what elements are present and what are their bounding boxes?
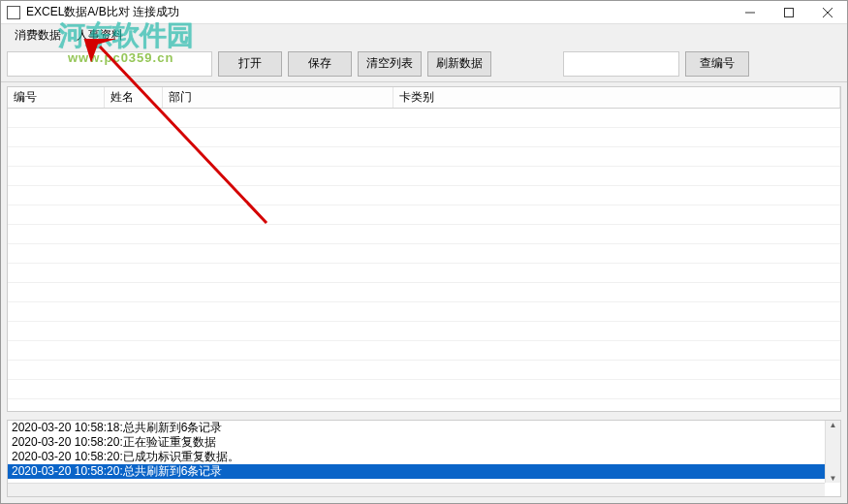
table-row xyxy=(8,399,840,411)
table-row xyxy=(8,225,840,244)
table-row xyxy=(8,205,840,225)
column-name[interactable]: 姓名 xyxy=(105,87,163,108)
table-row xyxy=(8,302,840,322)
search-input[interactable] xyxy=(563,51,679,77)
grid-body[interactable] xyxy=(8,109,840,411)
refresh-data-button[interactable]: 刷新数据 xyxy=(427,51,491,77)
table-row xyxy=(8,341,840,361)
log-line-selected[interactable]: 2020-03-20 10:58:20:总共刷新到6条记录 xyxy=(8,464,840,479)
app-window: EXCEL数据A/B比对 连接成功 消费数据 人事资料 打开 保存 清空列表 刷… xyxy=(0,0,848,504)
table-row xyxy=(8,186,840,205)
window-buttons xyxy=(731,1,847,23)
open-button[interactable]: 打开 xyxy=(218,51,282,77)
column-cardtype[interactable]: 卡类别 xyxy=(393,87,840,108)
log-scrollbar-vertical[interactable]: ▲ ▼ xyxy=(825,421,840,483)
maximize-button[interactable] xyxy=(769,1,808,23)
toolbar-blank-box xyxy=(7,51,212,77)
table-row xyxy=(8,128,840,147)
menu-consumption-data[interactable]: 消费数据 xyxy=(7,25,69,46)
close-button[interactable] xyxy=(808,1,847,23)
window-title: EXCEL数据A/B比对 连接成功 xyxy=(26,4,731,20)
save-button[interactable]: 保存 xyxy=(288,51,352,77)
svg-rect-0 xyxy=(785,8,794,16)
app-icon xyxy=(7,6,20,19)
column-dept[interactable]: 部门 xyxy=(163,87,393,108)
table-row xyxy=(8,244,840,264)
log-panel: 2020-03-20 10:58:18:总共刷新到6条记录 2020-03-20… xyxy=(7,420,841,497)
column-id[interactable]: 编号 xyxy=(8,87,105,108)
table-row xyxy=(8,380,840,399)
log-line[interactable]: 2020-03-20 10:58:18:总共刷新到6条记录 xyxy=(8,421,840,435)
table-row xyxy=(8,167,840,186)
log-scrollbar-horizontal[interactable] xyxy=(8,483,825,496)
table-row xyxy=(8,264,840,283)
clear-list-button[interactable]: 清空列表 xyxy=(358,51,422,77)
scroll-down-icon: ▼ xyxy=(830,474,837,483)
menubar: 消费数据 人事资料 xyxy=(1,24,847,46)
minimize-button[interactable] xyxy=(731,1,769,23)
scroll-up-icon: ▲ xyxy=(830,421,837,429)
table-row xyxy=(8,147,840,167)
toolbar: 打开 保存 清空列表 刷新数据 查编号 xyxy=(1,46,847,82)
grid-header: 编号 姓名 部门 卡类别 xyxy=(8,87,840,109)
search-id-button[interactable]: 查编号 xyxy=(685,51,749,77)
table-row xyxy=(8,322,840,341)
table-row xyxy=(8,361,840,380)
titlebar: EXCEL数据A/B比对 连接成功 xyxy=(1,1,847,24)
log-line[interactable]: 2020-03-20 10:58:20:已成功标识重复数据。 xyxy=(8,450,840,464)
log-line[interactable]: 2020-03-20 10:58:20:正在验证重复数据 xyxy=(8,435,840,450)
table-row xyxy=(8,109,840,128)
data-grid: 编号 姓名 部门 卡类别 xyxy=(7,86,841,412)
table-row xyxy=(8,283,840,302)
menu-personnel-data[interactable]: 人事资料 xyxy=(69,25,131,46)
